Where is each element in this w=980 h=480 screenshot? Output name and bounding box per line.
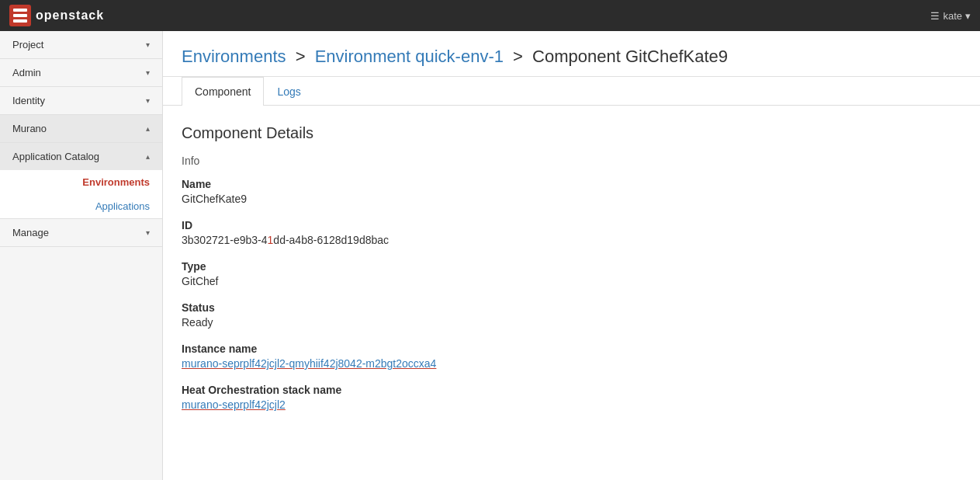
section-info-label: Info <box>182 155 961 167</box>
sidebar-section-identity: Identity ▾ <box>0 87 162 115</box>
logo: openstack <box>9 5 104 26</box>
chevron-up-icon: ▴ <box>146 152 150 161</box>
field-instance-name-value[interactable]: murano-seprplf42jcjl2-qmyhiif42j8042-m2b… <box>182 357 961 370</box>
sidebar-murano-header[interactable]: Murano ▴ <box>0 115 162 142</box>
sidebar-section-murano: Murano ▴ <box>0 115 162 143</box>
sidebar-section-admin: Admin ▾ <box>0 59 162 87</box>
topbar: openstack ☰ kate ▾ <box>0 0 980 31</box>
main-layout: Project ▾ Admin ▾ Identity ▾ Murano ▴ <box>0 31 980 480</box>
breadcrumb-environment-link[interactable]: Environment quick-env-1 <box>315 47 504 66</box>
component-details: Component Details Info Name GitChefKate9… <box>163 106 980 443</box>
field-type-label: Type <box>182 260 961 273</box>
sidebar-application-catalog-items: Environments Applications <box>0 170 162 218</box>
field-heat-stack-label: Heat Orchestration stack name <box>182 384 961 396</box>
field-status-value: Ready <box>182 316 961 329</box>
user-icon: ☰ <box>930 10 940 22</box>
id-highlight: 1 <box>268 234 274 246</box>
sidebar-item-environments[interactable]: Environments <box>0 170 162 194</box>
field-name: Name GitChefKate9 <box>182 178 961 205</box>
breadcrumb-current: Component GitChefKate9 <box>532 47 728 66</box>
chevron-up-icon: ▴ <box>146 124 150 133</box>
component-details-title: Component Details <box>182 124 961 142</box>
sidebar-application-catalog-label: Application Catalog <box>12 151 99 162</box>
sidebar: Project ▾ Admin ▾ Identity ▾ Murano ▴ <box>0 31 163 480</box>
sidebar-application-catalog-header[interactable]: Application Catalog ▴ <box>0 143 162 170</box>
sidebar-admin-label: Admin <box>12 67 41 78</box>
logo-text: openstack <box>36 9 104 23</box>
sidebar-item-applications[interactable]: Applications <box>0 194 162 218</box>
sidebar-identity-header[interactable]: Identity ▾ <box>0 87 162 114</box>
field-status-label: Status <box>182 301 961 314</box>
openstack-logo-icon <box>9 5 31 26</box>
chevron-down-icon: ▾ <box>146 40 150 49</box>
sidebar-section-manage: Manage ▾ <box>0 219 162 247</box>
sidebar-murano-label: Murano <box>12 123 47 134</box>
sidebar-manage-header[interactable]: Manage ▾ <box>0 219 162 246</box>
chevron-down-icon: ▾ <box>146 68 150 77</box>
field-id-label: ID <box>182 219 961 231</box>
svg-rect-2 <box>13 14 27 17</box>
tab-component[interactable]: Component <box>182 77 264 106</box>
breadcrumb-separator-2: > <box>513 47 523 66</box>
sidebar-manage-label: Manage <box>12 227 49 238</box>
sidebar-section-project: Project ▾ <box>0 31 162 59</box>
svg-rect-3 <box>13 19 27 23</box>
field-type-value: GitChef <box>182 275 961 287</box>
field-status: Status Ready <box>182 301 961 329</box>
field-instance-name-label: Instance name <box>182 343 961 355</box>
user-dropdown-icon: ▾ <box>965 10 971 22</box>
field-name-label: Name <box>182 178 961 190</box>
field-heat-stack-value[interactable]: murano-seprplf42jcjl2 <box>182 398 961 411</box>
field-name-value: GitChefKate9 <box>182 193 961 205</box>
content-area: Environments > Environment quick-env-1 >… <box>163 31 980 480</box>
field-id: ID 3b302721-e9b3-41dd-a4b8-6128d19d8bac <box>182 219 961 246</box>
breadcrumb-environments-link[interactable]: Environments <box>182 47 286 66</box>
field-type: Type GitChef <box>182 260 961 287</box>
tab-logs[interactable]: Logs <box>264 77 313 106</box>
field-heat-stack: Heat Orchestration stack name murano-sep… <box>182 384 961 411</box>
chevron-down-icon: ▾ <box>146 96 150 105</box>
sidebar-project-label: Project <box>12 39 43 50</box>
user-menu[interactable]: ☰ kate ▾ <box>930 10 971 22</box>
svg-rect-1 <box>13 9 27 12</box>
tabs-bar: Component Logs <box>163 77 980 106</box>
username: kate <box>943 10 962 22</box>
sidebar-project-header[interactable]: Project ▾ <box>0 31 162 58</box>
field-instance-name: Instance name murano-seprplf42jcjl2-qmyh… <box>182 343 961 370</box>
breadcrumb-separator-1: > <box>296 47 306 66</box>
sidebar-admin-header[interactable]: Admin ▾ <box>0 59 162 86</box>
field-id-value: 3b302721-e9b3-41dd-a4b8-6128d19d8bac <box>182 234 961 246</box>
sidebar-section-application-catalog: Application Catalog ▴ Environments Appli… <box>0 143 162 219</box>
chevron-down-icon: ▾ <box>146 228 150 237</box>
breadcrumb: Environments > Environment quick-env-1 >… <box>163 31 980 77</box>
sidebar-identity-label: Identity <box>12 95 45 106</box>
